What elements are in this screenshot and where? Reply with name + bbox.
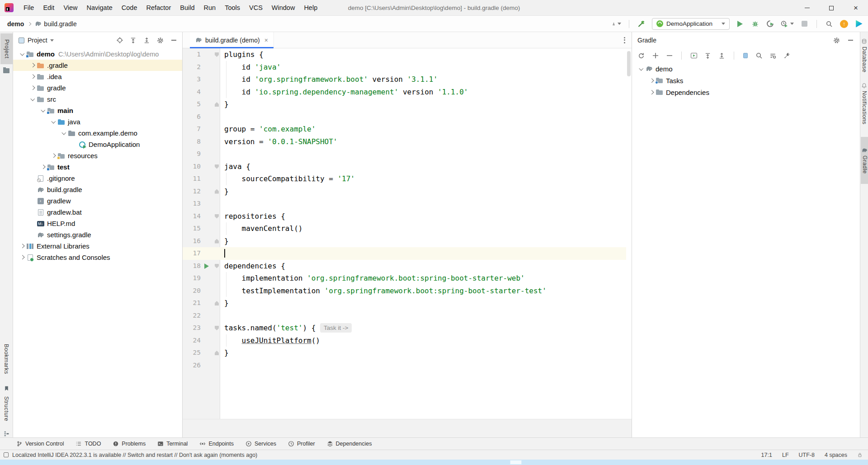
hide-panel-icon[interactable] xyxy=(170,37,178,44)
tree-item-src[interactable]: src xyxy=(13,94,182,105)
line-number[interactable]: 7 xyxy=(183,123,201,136)
code-line-25[interactable]: 25} xyxy=(183,347,626,359)
expand-arrow-icon[interactable] xyxy=(29,84,37,92)
line-number[interactable]: 10 xyxy=(183,160,201,173)
more-options-icon[interactable] xyxy=(624,37,625,43)
tool-window-button-structure[interactable]: Structure xyxy=(0,396,13,421)
tool-window-button-bookmarks[interactable]: Bookmarks xyxy=(0,344,13,374)
collapse-all-icon[interactable] xyxy=(143,37,151,44)
expand-arrow-icon[interactable] xyxy=(29,61,37,69)
tree-item-idea[interactable]: .idea xyxy=(13,71,182,82)
taskbar-item[interactable] xyxy=(510,460,522,465)
fold-marker-icon[interactable] xyxy=(215,351,219,355)
expand-arrow-icon[interactable] xyxy=(50,118,57,126)
tree-item-scratches-and-consoles[interactable]: Scratches and Consoles xyxy=(13,252,182,263)
line-number[interactable]: 22 xyxy=(183,310,201,322)
chevron-down-icon[interactable] xyxy=(50,39,54,42)
expand-arrow-icon[interactable] xyxy=(19,50,26,58)
tool-window-button-services[interactable]: Services xyxy=(245,441,276,447)
code-line-24[interactable]: 24 useJUnitPlatform() xyxy=(183,334,626,347)
run-with-coverage-icon[interactable] xyxy=(765,19,774,28)
minimize-button[interactable] xyxy=(795,0,819,16)
line-number[interactable]: 19 xyxy=(183,272,201,285)
tree-item-gradle[interactable]: gradle xyxy=(13,82,182,94)
caret-position[interactable]: 17:1 xyxy=(761,452,772,458)
code-line-2[interactable]: 2 id 'java' xyxy=(183,61,626,74)
line-number[interactable]: 13 xyxy=(183,197,201,210)
tool-window-button-dependencies[interactable]: Dependencies xyxy=(327,441,372,447)
settings-gear-icon[interactable] xyxy=(833,37,840,44)
menu-refactor[interactable]: Refactor xyxy=(142,0,175,15)
code-line-20[interactable]: 20 testImplementation 'org.springframewo… xyxy=(183,285,626,297)
expand-arrow-icon[interactable] xyxy=(648,77,656,85)
tree-item-demo[interactable]: demo xyxy=(632,63,860,75)
code-line-15[interactable]: 15 mavenCentral() xyxy=(183,222,626,235)
dependency-analyzer-icon[interactable] xyxy=(769,52,777,60)
settings-gear-icon[interactable] xyxy=(156,37,164,44)
expand-arrow-icon[interactable] xyxy=(39,107,47,114)
code-line-17[interactable]: 17 xyxy=(183,247,626,260)
tree-item-help-md[interactable]: M↓HELP.md xyxy=(13,218,182,229)
locate-file-icon[interactable] xyxy=(116,37,123,44)
user-menu-icon[interactable] xyxy=(612,19,621,28)
code-line-13[interactable]: 13 xyxy=(183,197,626,210)
fold-marker-icon[interactable] xyxy=(215,164,219,169)
line-number[interactable]: 25 xyxy=(183,347,201,359)
expand-arrow-icon[interactable] xyxy=(637,65,645,73)
line-number[interactable]: 8 xyxy=(183,136,201,148)
status-notification-icon[interactable] xyxy=(4,452,9,457)
code-line-23[interactable]: 23tasks.named('test') { Task it -> xyxy=(183,322,626,334)
profiler-button[interactable] xyxy=(780,19,794,28)
fold-marker-icon[interactable] xyxy=(215,52,219,57)
code-line-14[interactable]: 14repositories { xyxy=(183,210,626,223)
tool-window-button-problems[interactable]: Problems xyxy=(113,441,146,447)
expand-arrow-icon[interactable] xyxy=(29,95,37,103)
run-gutter-icon[interactable] xyxy=(204,263,209,269)
tree-item-dependencies[interactable]: Dependencies xyxy=(632,86,860,98)
code-line-21[interactable]: 21} xyxy=(183,297,626,310)
bell-icon[interactable] xyxy=(860,83,868,89)
line-number[interactable]: 12 xyxy=(183,185,201,198)
menu-run[interactable]: Run xyxy=(199,0,221,15)
hide-panel-icon[interactable] xyxy=(847,37,854,44)
line-number[interactable]: 6 xyxy=(183,111,201,123)
code-line-1[interactable]: 1plugins { xyxy=(183,48,626,61)
tool-window-button-todo[interactable]: TODO xyxy=(75,441,101,447)
expand-arrow-icon[interactable] xyxy=(19,242,26,250)
tool-window-button-database[interactable]: Database xyxy=(860,47,868,73)
close-button[interactable]: × xyxy=(844,0,868,16)
editor-scrollbar[interactable] xyxy=(627,51,631,76)
maximize-button[interactable] xyxy=(819,0,844,16)
expand-arrow-icon[interactable] xyxy=(60,129,68,137)
tree-item-gradlew[interactable]: ›gradlew xyxy=(13,195,182,207)
tab-close-icon[interactable]: × xyxy=(264,37,268,44)
toolbox-logo-icon[interactable] xyxy=(854,19,863,28)
menu-navigate[interactable]: Navigate xyxy=(82,0,117,15)
file-encoding[interactable]: UTF-8 xyxy=(799,452,815,458)
expand-arrow-icon[interactable] xyxy=(50,152,57,160)
menu-window[interactable]: Window xyxy=(267,0,300,15)
tree-item-java[interactable]: java xyxy=(13,116,182,127)
debug-button[interactable] xyxy=(750,19,760,28)
search-everywhere-icon[interactable] xyxy=(825,19,834,28)
fold-marker-icon[interactable] xyxy=(215,239,219,244)
code-line-3[interactable]: 3 id 'org.springframework.boot' version … xyxy=(183,73,626,86)
status-message[interactable]: Localized IntelliJ IDEA 2022.3.1 is avai… xyxy=(12,452,257,458)
tree-item-gradle[interactable]: .gradle xyxy=(13,60,182,71)
code-line-18[interactable]: 18dependencies { xyxy=(183,260,626,272)
tree-item-resources[interactable]: resources xyxy=(13,150,182,161)
expand-arrow-icon[interactable] xyxy=(19,254,26,261)
code-line-4[interactable]: 4 id 'io.spring.dependency-management' v… xyxy=(183,86,626,99)
bookmark-icon[interactable] xyxy=(0,385,13,391)
menu-file[interactable]: File xyxy=(19,0,38,15)
code-line-12[interactable]: 12} xyxy=(183,185,626,198)
tree-item-demo[interactable]: demoC:\Users\Admin\Desktop\log\demo xyxy=(13,48,182,60)
fold-marker-icon[interactable] xyxy=(215,214,219,219)
line-number[interactable]: 24 xyxy=(183,334,201,347)
breadcrumb-file[interactable]: build.gradle xyxy=(35,20,76,28)
code-line-26[interactable]: 26 xyxy=(183,359,626,372)
find-task-icon[interactable] xyxy=(755,52,763,60)
fold-marker-icon[interactable] xyxy=(215,326,219,330)
tree-item-build-gradle[interactable]: build.gradle xyxy=(13,184,182,195)
line-number[interactable]: 20 xyxy=(183,285,201,297)
